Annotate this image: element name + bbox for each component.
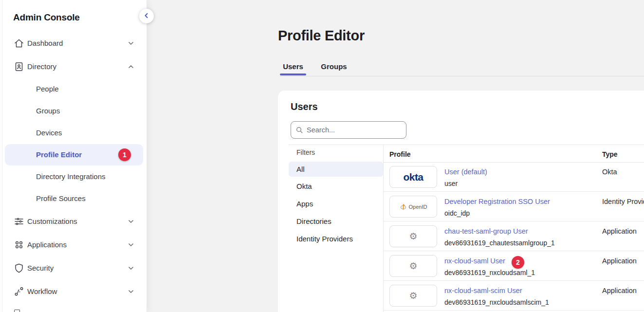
- filter-okta[interactable]: Okta: [296, 182, 312, 191]
- profile-id: dev86931619_nxcloudsaml_1: [444, 269, 535, 276]
- okta-logo-text: okta: [404, 171, 423, 183]
- chevron-up-icon: [127, 63, 135, 71]
- search-box: [291, 121, 406, 139]
- gear-icon: ⚙: [389, 225, 437, 247]
- profile-type: Application: [602, 287, 637, 294]
- sliders-icon: [13, 216, 25, 227]
- chevron-down-icon: [127, 218, 135, 225]
- sidebar: Admin Console Dashboard Directory People: [0, 0, 147, 312]
- sidebar-item-groups[interactable]: Groups: [0, 102, 147, 120]
- sidebar-item-workflow[interactable]: Workflow: [0, 283, 147, 300]
- sidebar-item-label: People: [36, 85, 59, 93]
- sidebar-item-label: Groups: [36, 107, 60, 115]
- sidebar-item-label: Devices: [36, 128, 62, 137]
- gear-glyph: ⚙: [409, 291, 417, 300]
- openid-logo: OpenID: [389, 196, 437, 218]
- profile-id: oidc_idp: [444, 209, 470, 217]
- sidebar-item-applications[interactable]: Applications: [0, 236, 147, 254]
- profile-link[interactable]: nx-cloud-saml-scim User: [444, 287, 522, 294]
- profile-type: Identity Provider: [602, 198, 644, 205]
- table-row: ⚙ chau-test-saml-group User dev86931619_…: [383, 221, 644, 251]
- table-row: okta User (default) user Okta: [383, 162, 644, 192]
- sidebar-item-label: Applications: [27, 240, 67, 249]
- gear-icon: ⚙: [389, 255, 437, 277]
- shield-icon: [13, 262, 25, 274]
- annotation-badge-2: 2: [512, 256, 524, 269]
- workflow-icon: [13, 286, 25, 297]
- sidebar-item-label: Security: [27, 264, 54, 272]
- app-grid-icon: [13, 239, 25, 251]
- sidebar-collapse-button[interactable]: [139, 9, 154, 23]
- chevron-down-icon: [127, 264, 135, 272]
- okta-logo: okta: [389, 166, 437, 188]
- table-row: ⚙ nx-cloud-saml User 2 dev86931619_nxclo…: [383, 251, 644, 281]
- profile-link[interactable]: chau-test-saml-group User: [444, 227, 528, 235]
- search-icon: [296, 127, 303, 133]
- sidebar-item-profile-sources[interactable]: Profile Sources: [0, 190, 147, 207]
- partial-bottom-icon: [14, 310, 20, 312]
- column-header-type: Type: [602, 150, 618, 158]
- id-badge-icon: [13, 61, 25, 73]
- profile-link[interactable]: User (default): [444, 168, 487, 176]
- home-icon: [13, 37, 25, 49]
- sidebar-item-label: Workflow: [27, 287, 57, 295]
- openid-logo-text: OpenID: [409, 204, 427, 210]
- search-input[interactable]: [291, 121, 406, 139]
- filter-identity-providers[interactable]: Identity Providers: [296, 235, 353, 243]
- sidebar-item-label: Profile Editor: [36, 150, 82, 159]
- divider: [289, 145, 644, 145]
- sidebar-item-label: Profile Sources: [36, 194, 86, 202]
- chevron-down-icon: [127, 288, 135, 295]
- users-panel-title: Users: [291, 101, 318, 112]
- filter-all[interactable]: All: [289, 162, 383, 177]
- profile-id: dev86931619_nxcloudsamlscim_1: [444, 298, 549, 306]
- sidebar-item-people[interactable]: People: [0, 80, 147, 98]
- sidebar-item-profile-editor[interactable]: Profile Editor 1: [5, 144, 143, 165]
- app-title: Admin Console: [13, 12, 80, 23]
- column-header-profile: Profile: [389, 150, 411, 158]
- profile-id: dev86931619_chautestsamlgroup_1: [444, 239, 555, 247]
- sidebar-item-directory-integrations[interactable]: Directory Integrations: [0, 168, 147, 185]
- chevron-down-icon: [127, 241, 135, 249]
- filter-directories[interactable]: Directories: [296, 217, 331, 226]
- sidebar-item-customizations[interactable]: Customizations: [0, 213, 147, 230]
- profile-type: Application: [602, 257, 637, 265]
- profile-link[interactable]: Developer Registration SSO User: [444, 198, 550, 205]
- profile-id: user: [444, 180, 458, 187]
- sidebar-item-label: Directory Integrations: [36, 172, 106, 181]
- profile-link[interactable]: nx-cloud-saml User: [444, 257, 505, 265]
- table-row: ⚙ nx-cloud-saml-scim User dev86931619_nx…: [383, 281, 644, 311]
- profile-type: Okta: [602, 168, 617, 176]
- tabs-divider: [280, 76, 644, 76]
- main-content: Profile Editor Users Groups Users Filter…: [147, 0, 644, 312]
- sidebar-item-devices[interactable]: Devices: [0, 124, 147, 142]
- sidebar-item-label: Dashboard: [27, 39, 63, 47]
- gear-glyph: ⚙: [409, 261, 417, 271]
- sidebar-item-label: Customizations: [27, 217, 77, 225]
- tab-groups[interactable]: Groups: [318, 62, 350, 71]
- gear-icon: ⚙: [389, 285, 437, 307]
- annotation-badge-1: 1: [118, 148, 131, 161]
- page-title: Profile Editor: [278, 28, 365, 44]
- filters-label: Filters: [296, 148, 315, 156]
- profile-type: Application: [602, 227, 637, 235]
- screen: Admin Console Dashboard Directory People: [0, 0, 644, 312]
- chevron-down-icon: [127, 39, 135, 47]
- sidebar-item-directory[interactable]: Directory: [0, 58, 147, 75]
- sidebar-item-security[interactable]: Security: [0, 259, 147, 277]
- tab-users[interactable]: Users: [280, 62, 306, 71]
- gear-glyph: ⚙: [409, 232, 417, 241]
- filter-apps[interactable]: Apps: [296, 200, 313, 208]
- sidebar-item-dashboard[interactable]: Dashboard: [0, 35, 147, 52]
- sidebar-item-label: Directory: [27, 62, 56, 71]
- openid-glyph-icon: [400, 203, 407, 210]
- active-tab-underline: [280, 73, 306, 75]
- table-row: OpenID Developer Registration SSO User o…: [383, 192, 644, 221]
- chevron-left-icon: [143, 12, 150, 21]
- users-panel: Users Filters All Okta Apps Directories …: [278, 91, 644, 312]
